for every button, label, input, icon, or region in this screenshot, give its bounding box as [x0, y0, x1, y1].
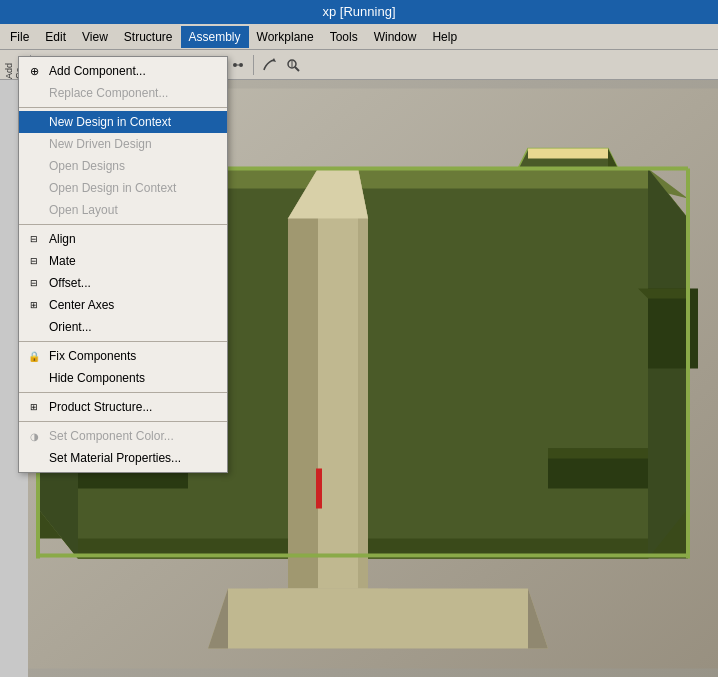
- menu-help[interactable]: Help: [424, 26, 465, 48]
- new-design-in-context-label: New Design in Context: [49, 115, 171, 129]
- separator-1: [19, 107, 227, 108]
- separator-2: [19, 224, 227, 225]
- orient-icon: [25, 318, 43, 336]
- add-component-label: Add Component...: [49, 64, 146, 78]
- svg-marker-51: [548, 449, 648, 459]
- toolbar-btn-9[interactable]: [227, 54, 249, 76]
- menu-replace-component: Replace Component...: [19, 82, 227, 104]
- svg-rect-55: [686, 169, 690, 559]
- svg-marker-42: [358, 169, 368, 589]
- open-design-context-icon: [25, 179, 43, 197]
- menu-open-design-in-context: Open Design in Context: [19, 177, 227, 199]
- menu-hide-components[interactable]: Hide Components: [19, 367, 227, 389]
- orient-label: Orient...: [49, 320, 92, 334]
- mate-label: Mate: [49, 254, 76, 268]
- set-material-icon: [25, 449, 43, 467]
- toolbar-btn-10[interactable]: [258, 54, 280, 76]
- open-designs-icon: [25, 157, 43, 175]
- new-driven-design-icon: [25, 135, 43, 153]
- assembly-dropdown-menu: ⊕ Add Component... Replace Component... …: [18, 56, 228, 473]
- product-structure-icon: ⊞: [25, 398, 43, 416]
- new-design-icon: [25, 113, 43, 131]
- svg-rect-38: [648, 289, 698, 369]
- svg-marker-56: [208, 589, 548, 649]
- open-layout-icon: [25, 201, 43, 219]
- offset-icon: ⊟: [25, 274, 43, 292]
- hide-components-icon: [25, 369, 43, 387]
- svg-point-18: [239, 63, 243, 67]
- title-bar: xp [Running]: [0, 0, 718, 24]
- toolbar-sep-2: [253, 55, 254, 75]
- svg-rect-53: [38, 554, 688, 558]
- menu-add-component[interactable]: ⊕ Add Component...: [19, 60, 227, 82]
- center-axes-icon: ⊞: [25, 296, 43, 314]
- mate-icon: ⊟: [25, 252, 43, 270]
- replace-component-label: Replace Component...: [49, 86, 168, 100]
- menu-window[interactable]: Window: [366, 26, 425, 48]
- align-label: Align: [49, 232, 76, 246]
- menu-align[interactable]: ⊟ Align: [19, 228, 227, 250]
- menu-open-layout: Open Layout: [19, 199, 227, 221]
- menu-offset[interactable]: ⊟ Offset...: [19, 272, 227, 294]
- set-component-color-icon: ◑: [25, 427, 43, 445]
- menu-set-material-properties[interactable]: Set Material Properties...: [19, 447, 227, 469]
- new-driven-design-label: New Driven Design: [49, 137, 152, 151]
- separator-5: [19, 421, 227, 422]
- menu-structure[interactable]: Structure: [116, 26, 181, 48]
- menu-tools[interactable]: Tools: [322, 26, 366, 48]
- menu-orient[interactable]: Orient...: [19, 316, 227, 338]
- menu-bar: File Edit View Structure Assembly Workpl…: [0, 24, 718, 50]
- fix-components-icon: 🔒: [25, 347, 43, 365]
- svg-point-17: [233, 63, 237, 67]
- menu-assembly[interactable]: Assembly: [181, 26, 249, 48]
- open-layout-label: Open Layout: [49, 203, 118, 217]
- title-text: xp [Running]: [323, 4, 396, 19]
- separator-4: [19, 392, 227, 393]
- svg-marker-41: [288, 169, 318, 589]
- replace-component-icon: [25, 84, 43, 102]
- center-axes-label: Center Axes: [49, 298, 114, 312]
- open-designs-label: Open Designs: [49, 159, 125, 173]
- open-design-in-context-label: Open Design in Context: [49, 181, 176, 195]
- offset-label: Offset...: [49, 276, 91, 290]
- toolbar-btn-11[interactable]: [282, 54, 304, 76]
- menu-new-design-in-context[interactable]: New Design in Context: [19, 111, 227, 133]
- add-component-icon: ⊕: [25, 62, 43, 80]
- menu-file[interactable]: File: [2, 26, 37, 48]
- hide-components-label: Hide Components: [49, 371, 145, 385]
- fix-components-label: Fix Components: [49, 349, 136, 363]
- product-structure-label: Product Structure...: [49, 400, 152, 414]
- align-icon: ⊟: [25, 230, 43, 248]
- menu-workplane[interactable]: Workplane: [249, 26, 322, 48]
- set-material-properties-label: Set Material Properties...: [49, 451, 181, 465]
- menu-mate[interactable]: ⊟ Mate: [19, 250, 227, 272]
- menu-center-axes[interactable]: ⊞ Center Axes: [19, 294, 227, 316]
- svg-line-22: [295, 67, 299, 71]
- svg-rect-47: [316, 469, 322, 509]
- menu-edit[interactable]: Edit: [37, 26, 74, 48]
- separator-3: [19, 341, 227, 342]
- menu-fix-components[interactable]: 🔒 Fix Components: [19, 345, 227, 367]
- menu-new-driven-design: New Driven Design: [19, 133, 227, 155]
- menu-set-component-color: ◑ Set Component Color...: [19, 425, 227, 447]
- menu-open-designs: Open Designs: [19, 155, 227, 177]
- set-component-color-label: Set Component Color...: [49, 429, 174, 443]
- menu-view[interactable]: View: [74, 26, 116, 48]
- svg-marker-34: [528, 149, 608, 159]
- menu-product-structure[interactable]: ⊞ Product Structure...: [19, 396, 227, 418]
